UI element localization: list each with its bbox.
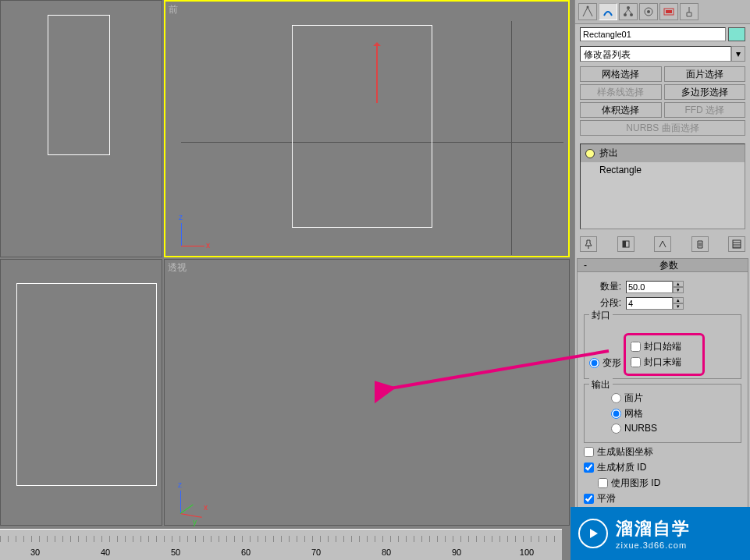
vol-select-button[interactable]: 体积选择: [580, 102, 662, 118]
grid-line: [511, 21, 512, 255]
modifier-stack[interactable]: 挤出 Rectangle: [580, 144, 745, 229]
nurbs-select-button[interactable]: NURBS 曲面选择: [580, 120, 745, 136]
wireframe-shape: [16, 283, 157, 486]
amount-input[interactable]: [626, 281, 673, 293]
watermark: 溜溜自学 zixue.3d66.com: [570, 507, 750, 560]
utilities-tab[interactable]: [680, 3, 698, 20]
viewport-top[interactable]: [0, 0, 162, 257]
watermark-sub: zixue.3d66.com: [616, 541, 691, 550]
dropdown-arrow-icon[interactable]: ▾: [731, 46, 745, 62]
cap-end-checkbox[interactable]: [631, 357, 641, 367]
make-unique-button[interactable]: [654, 236, 671, 252]
out-patch-radio[interactable]: [611, 393, 621, 403]
collapse-icon: -: [581, 260, 590, 271]
segs-input[interactable]: [626, 297, 673, 310]
configure-sets-button[interactable]: [728, 236, 745, 252]
pin-stack-button[interactable]: [580, 236, 597, 252]
gen-map-checkbox[interactable]: [584, 447, 594, 457]
bulb-icon[interactable]: [585, 149, 595, 158]
motion-tab[interactable]: [639, 3, 658, 20]
out-patch-label: 面片: [624, 392, 643, 405]
out-mesh-label: 网格: [624, 407, 643, 420]
viewport-persp-label: 透视: [168, 261, 187, 275]
cap-start-checkbox[interactable]: [631, 342, 641, 352]
show-end-result-button[interactable]: [617, 236, 634, 252]
amount-label: 数量:: [584, 280, 621, 293]
spinner-down-button[interactable]: ▾: [673, 303, 684, 310]
cap-start-label: 封口始端: [644, 340, 681, 353]
segs-label: 分段:: [584, 296, 621, 310]
cap-end-label: 封口末端: [644, 356, 681, 369]
out-nurbs-radio[interactable]: [611, 424, 621, 434]
params-rollout-header[interactable]: - 参数: [577, 258, 748, 272]
stack-item-rectangle[interactable]: Rectangle: [581, 162, 745, 178]
smooth-label: 平滑: [597, 492, 616, 505]
poly-select-button[interactable]: 多边形选择: [664, 84, 746, 100]
watermark-title: 溜溜自学: [616, 517, 691, 541]
viewport-left[interactable]: [0, 259, 162, 526]
play-icon: [578, 519, 608, 548]
spinner-up-button[interactable]: ▴: [673, 297, 684, 303]
viewport-front-label: 前: [169, 3, 178, 16]
stack-item-label: 挤出: [599, 147, 618, 160]
wireframe-shape: [48, 15, 110, 155]
manipulator-arrow[interactable]: [376, 44, 378, 103]
out-mesh-radio[interactable]: [611, 409, 621, 419]
face-select-button[interactable]: 面片选择: [664, 66, 746, 82]
wireframe-shape: [292, 25, 432, 228]
ruler-ticks: 30405060708090100: [0, 548, 562, 557]
command-panel: 修改器列表 ▾ 网格选择 面片选择 样条线选择 多边形选择 体积选择 FFD 选…: [574, 0, 750, 560]
ffd-select-button[interactable]: FFD 选择: [664, 102, 746, 118]
morph-radio[interactable]: [589, 358, 599, 368]
output-group-title: 输出: [589, 378, 613, 392]
svg-point-2: [624, 13, 627, 16]
gen-mat-checkbox[interactable]: [584, 463, 594, 473]
gen-mat-label: 生成材质 ID: [597, 461, 646, 474]
svg-rect-9: [623, 241, 626, 247]
out-nurbs-label: NURBS: [624, 423, 657, 434]
hierarchy-tab[interactable]: [619, 3, 638, 20]
time-ruler[interactable]: 30405060708090100: [0, 529, 562, 560]
modify-tab[interactable]: [599, 3, 617, 20]
svg-rect-7: [666, 10, 672, 13]
modifier-list-dropdown[interactable]: 修改器列表: [580, 46, 731, 62]
smooth-checkbox[interactable]: [584, 494, 594, 504]
svg-point-0: [587, 6, 589, 9]
display-tab[interactable]: [659, 3, 678, 20]
spline-select-button[interactable]: 样条线选择: [580, 84, 662, 100]
cap-group-title: 封口: [589, 309, 613, 322]
svg-point-1: [627, 6, 630, 9]
spinner-up-button[interactable]: ▴: [673, 281, 684, 287]
cap-highlight-annotation: 封口始端 封口末端: [624, 333, 705, 376]
spinner-down-button[interactable]: ▾: [673, 287, 684, 293]
rollout-title: 参数: [593, 259, 745, 272]
morph-label: 变形: [602, 356, 621, 370]
create-tab[interactable]: [578, 3, 597, 20]
viewport-perspective[interactable]: 透视 z x y: [164, 259, 570, 526]
mesh-select-button[interactable]: 网格选择: [580, 66, 662, 82]
stack-item-label: Rectangle: [599, 165, 642, 175]
svg-point-3: [630, 13, 633, 16]
panel-tabs: [575, 0, 750, 24]
svg-point-5: [647, 10, 650, 13]
use-shape-label: 使用图形 ID: [611, 477, 660, 490]
object-name-input[interactable]: [580, 27, 726, 41]
use-shape-checkbox[interactable]: [598, 478, 608, 488]
viewport-front[interactable]: 前 z x: [164, 0, 570, 257]
gen-map-label: 生成贴图坐标: [597, 445, 653, 459]
remove-modifier-button[interactable]: [691, 236, 709, 252]
object-color-swatch[interactable]: [728, 27, 745, 41]
stack-item-extrude[interactable]: 挤出: [581, 144, 745, 162]
